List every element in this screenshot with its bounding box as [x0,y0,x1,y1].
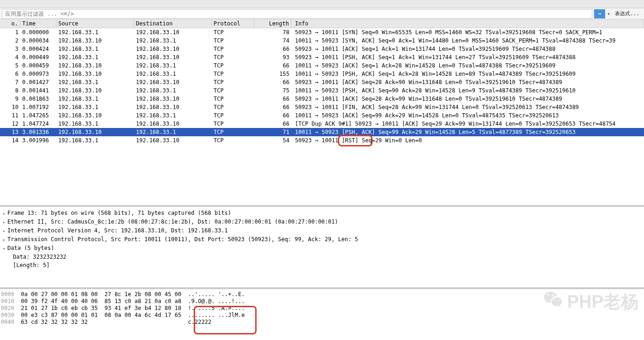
packet-row[interactable]: 50.000459192.168.33.10192.168.33.1TCP661… [0,61,644,70]
packet-row[interactable]: 40.000449192.168.33.1192.168.33.10TCP935… [0,53,644,61]
packet-row[interactable]: 70.001427192.168.33.1192.168.33.10TCP665… [0,78,644,86]
packet-row[interactable]: 90.001863192.168.33.1192.168.33.10TCP665… [0,95,644,103]
packet-row[interactable]: 20.000034192.168.33.10192.168.33.1TCP741… [0,36,644,45]
filter-dropdown-icon[interactable]: ▾ [605,11,612,17]
packet-row[interactable]: 111.047265192.168.33.10192.168.33.1TCP66… [0,111,644,120]
toolbar [0,0,644,8]
detail-line[interactable]: Data: 3232323232 [3,253,641,261]
detail-line[interactable]: Frame 13: 71 bytes on wire (568 bits), 7… [3,209,641,218]
detail-line[interactable]: Internet Protocol Version 4, Src: 192.16… [3,226,641,235]
packet-row[interactable]: 10.000000192.168.33.1192.168.33.10TCP785… [0,28,644,36]
packet-row[interactable]: 143.001996192.168.33.1192.168.33.10TCP54… [0,136,644,145]
packet-row[interactable]: 30.000424192.168.33.1192.168.33.10TCP665… [0,45,644,53]
wechat-icon [543,289,564,314]
detail-line[interactable]: Ethernet II, Src: CadmusCo_8c:1e:2b (08:… [3,218,641,226]
filter-input[interactable] [2,9,592,18]
detail-line[interactable]: [Length: 5] [3,261,641,269]
col-length[interactable]: Length [254,19,291,28]
col-source[interactable]: Source [56,19,134,28]
col-time[interactable]: Time [20,19,56,28]
apply-filter-button[interactable]: → [594,9,605,18]
watermark: PHP老杨 [543,289,638,314]
hex-line[interactable]: 0040 63 cd 32 32 32 32 32 c.22222 [1,319,643,326]
watermark-text: PHP老杨 [567,290,638,314]
packet-row[interactable]: 133.001336192.168.33.10192.168.33.1TCP71… [0,128,644,136]
packet-list-header: o. Time Source Destination Protocol Leng… [0,19,644,28]
detail-line[interactable]: Data (5 bytes) [3,244,641,253]
col-protocol[interactable]: Protocol [212,19,254,28]
packet-row[interactable]: 101.007192192.168.33.1192.168.33.10TCP66… [0,103,644,111]
packet-row[interactable]: 60.000973192.168.33.10192.168.33.1TCP155… [0,70,644,78]
filter-bar: → ▾ 表达式... [0,8,644,19]
col-no[interactable]: o. [0,19,20,28]
detail-line[interactable]: Transmission Control Protocol, Src Port:… [3,235,641,244]
packet-row[interactable]: 121.047724192.168.33.1192.168.33.10TCP66… [0,120,644,128]
col-info[interactable]: Info [291,19,644,28]
packet-list-pane[interactable]: o. Time Source Destination Protocol Leng… [0,19,644,207]
expression-button[interactable]: 表达式... [612,10,642,17]
packet-row[interactable]: 80.001441192.168.33.10192.168.33.1TCP751… [0,86,644,95]
col-destination[interactable]: Destination [134,19,212,28]
packet-details-pane[interactable]: Frame 13: 71 bytes on wire (568 bits), 7… [0,207,644,289]
